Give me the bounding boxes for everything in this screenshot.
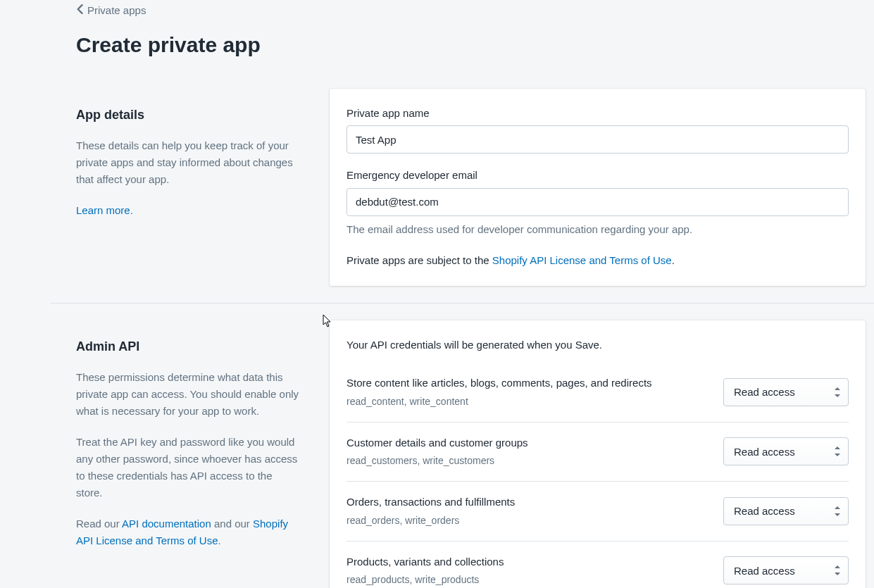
app-details-description: These details can help you keep track of…: [76, 137, 301, 188]
permission-access-select[interactable]: Read access: [723, 497, 849, 525]
permission-title: Products, variants and collections: [347, 554, 709, 570]
app-name-input[interactable]: [347, 125, 849, 154]
dev-email-help: The email address used for developer com…: [347, 222, 849, 238]
permission-scopes: read_products, write_products: [347, 573, 709, 587]
permission-access-select[interactable]: Read access: [723, 437, 849, 465]
app-details-sidebar: App details These details can help you k…: [76, 89, 316, 286]
permission-title: Orders, transactions and fulfillments: [347, 494, 709, 511]
dev-email-label: Emergency developer email: [347, 168, 849, 184]
page-title: Create private app: [0, 25, 874, 89]
admin-api-security-note: Treat the API key and password like you …: [76, 434, 301, 501]
app-details-card: Private app name Emergency developer ema…: [330, 89, 866, 286]
admin-api-docs-text: Read our API documentation and our Shopi…: [76, 515, 301, 549]
legal-text: Private apps are subject to the Shopify …: [347, 253, 849, 269]
permission-row: Customer details and customer groupsread…: [347, 422, 849, 482]
permission-scopes: read_content, write_content: [347, 394, 709, 409]
admin-api-card: Your API credentials will be generated w…: [330, 320, 866, 589]
admin-api-description: These permissions determine what data th…: [76, 369, 301, 420]
api-license-link[interactable]: Shopify API License and Terms of Use: [492, 254, 672, 266]
permission-access-select[interactable]: Read access: [723, 378, 849, 406]
permission-row: Orders, transactions and fulfillmentsrea…: [347, 481, 849, 541]
dev-email-input[interactable]: [347, 188, 849, 216]
permission-scopes: read_customers, write_customers: [347, 453, 709, 468]
permission-row: Products, variants and collectionsread_p…: [347, 541, 849, 589]
admin-api-sidebar: Admin API These permissions determine wh…: [76, 320, 316, 589]
permission-scopes: read_orders, write_orders: [347, 513, 709, 528]
breadcrumb[interactable]: Private apps: [0, 0, 874, 25]
admin-api-heading: Admin API: [76, 337, 301, 356]
permission-row: Store content like articles, blogs, comm…: [347, 371, 849, 422]
api-intro: Your API credentials will be generated w…: [347, 337, 849, 354]
api-docs-link[interactable]: API documentation: [122, 518, 211, 530]
permission-access-select[interactable]: Read access: [723, 556, 849, 584]
permission-title: Customer details and customer groups: [347, 435, 709, 451]
learn-more-link[interactable]: Learn more.: [76, 204, 133, 216]
permission-title: Store content like articles, blogs, comm…: [347, 375, 709, 392]
app-details-heading: App details: [76, 106, 301, 125]
breadcrumb-label: Private apps: [87, 3, 146, 19]
app-name-label: Private app name: [347, 106, 849, 122]
chevron-left-icon: [76, 3, 83, 19]
